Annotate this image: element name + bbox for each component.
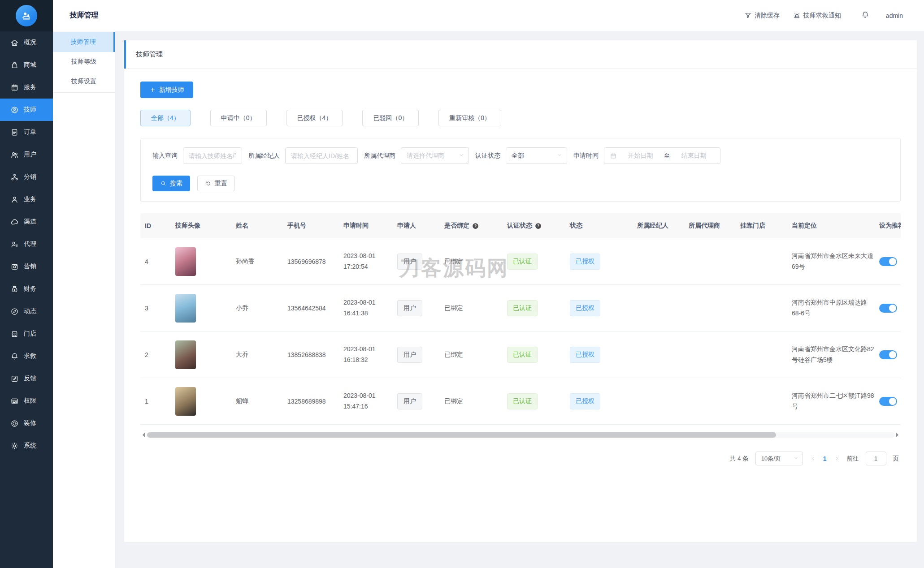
sidebar-item-agent[interactable]: 代理 [0,233,53,255]
technician-table: ID技师头像姓名手机号申请时间申请人是否绑定?认证状态?状态所属经纪人所属代理商… [140,213,901,425]
total-count: 共 4 条 [730,455,749,463]
distribution-icon [10,173,19,181]
technician-avatar[interactable] [175,247,196,276]
auth-status-badge: 已授权 [570,300,600,316]
sidebar-item-overview[interactable]: 概况 [0,31,53,54]
technician-icon [10,106,19,114]
auth-status-badge: 已授权 [570,254,600,270]
page-title: 技师管理 [124,40,917,69]
prev-page-button[interactable] [810,455,816,462]
sidebar-item-permission[interactable]: 权限 [0,390,53,412]
service-icon [10,83,19,92]
pagination: 共 4 条 10条/页 1 前往 页 [140,452,901,465]
submenu-item-label: 技师等级 [71,58,96,66]
sidebar-item-store[interactable]: 门店 [0,323,53,345]
date-range-picker[interactable]: 开始日期 至 结束日期 [604,147,720,164]
sidebar-item-finance[interactable]: 财务 [0,278,53,300]
technician-avatar[interactable] [175,294,196,323]
scrollbar-thumb[interactable] [147,432,776,438]
sidebar-item-marketing[interactable]: 营销 [0,255,53,278]
technician-name: 孙尚香 [231,258,283,266]
tab-rejected[interactable]: 已驳回（0） [362,110,419,126]
sidebar-item-decorate[interactable]: 装修 [0,412,53,435]
page-number-current[interactable]: 1 [823,455,827,462]
dealer-select[interactable]: 请选择代理商 [401,147,469,164]
tab-rereview[interactable]: 重新审核（0） [438,110,501,126]
sidebar-item-label: 权限 [24,397,36,405]
table-row: 4孙尚香135696968782023-08-0117:20:54用户已绑定已认… [140,238,901,285]
technician-id: 3 [140,305,171,312]
secondary-nav: 技师管理技师等级技师设置 [53,32,115,93]
svg-text:?: ? [537,224,539,228]
chevron-down-icon [793,455,799,462]
query-input[interactable] [183,147,242,164]
apply-time: 2023-08-0116:41:38 [339,297,393,318]
sidebar-item-order[interactable]: 订单 [0,121,53,143]
submenu-item-level[interactable]: 技师等级 [53,52,115,72]
sidebar-item-label: 求救 [24,352,36,360]
sidebar-item-channel[interactable]: 渠道 [0,211,53,233]
tab-applying[interactable]: 申请中（0） [210,110,267,126]
column-header: 姓名 [231,222,283,230]
sidebar-item-mall[interactable]: 商城 [0,54,53,76]
reset-button[interactable]: 重置 [197,176,235,191]
tab-label: 已驳回（0） [373,114,408,122]
location-cell: 河南省郑州市二七区赣江路98号 [787,391,875,411]
question-icon: ? [534,222,542,230]
sidebar-item-technician[interactable]: 技师 [0,99,53,121]
technician-avatar[interactable] [175,340,196,369]
logo-icon [16,5,37,26]
logo-icon [20,9,33,22]
agent-input[interactable] [285,147,358,164]
goto-page-input[interactable] [866,452,886,465]
cert-status-select[interactable]: 全部 [506,147,567,164]
next-page-button[interactable] [833,455,840,462]
scroll-right-icon[interactable] [896,433,901,437]
scrollbar-track[interactable] [146,432,895,438]
user-menu[interactable]: admin [886,12,912,19]
sidebar-item-system[interactable]: 系统 [0,435,53,457]
submenu-item-label: 技师设置 [71,77,96,86]
bound-status: 已绑定 [440,258,503,266]
column-header: 技师头像 [171,222,231,230]
column-header: 认证状态? [503,222,565,230]
system-icon [10,442,19,450]
clear-cache-button[interactable]: 清除缓存 [744,12,780,20]
submenu-item-manage[interactable]: 技师管理 [53,32,115,52]
notification-bell-icon[interactable] [861,10,870,21]
sidebar-item-distribution[interactable]: 分销 [0,166,53,188]
sidebar-item-label: 用户 [24,151,36,159]
recommend-toggle[interactable] [879,350,897,359]
technician-phone: 13258689898 [283,398,339,405]
technician-avatar[interactable] [175,387,196,416]
search-button[interactable]: 搜索 [152,176,190,191]
cert-status-badge: 已认证 [507,254,538,270]
technician-phone: 13852688838 [283,351,339,358]
add-technician-button[interactable]: 新增技师 [140,82,193,98]
submenu-item-settings[interactable]: 技师设置 [53,72,115,91]
sidebar-item-feed[interactable]: 动态 [0,300,53,323]
recommend-toggle[interactable] [879,397,897,406]
technician-id: 1 [140,398,171,405]
tab-authorized[interactable]: 已授权（4） [286,110,343,126]
sidebar-item-user[interactable]: 用户 [0,143,53,166]
recommend-toggle[interactable] [879,257,897,266]
tab-all[interactable]: 全部（4） [140,110,191,126]
scroll-left-icon[interactable] [140,433,145,437]
sidebar-item-label: 订单 [24,128,36,136]
sidebar-item-label: 分销 [24,173,36,181]
sidebar-item-label: 动态 [24,307,36,315]
sos-notice-button[interactable]: 技师求救通知 [793,12,841,20]
sidebar-item-sos[interactable]: 求救 [0,345,53,367]
sidebar-item-label: 装修 [24,419,36,427]
horizontal-scrollbar[interactable] [140,432,901,438]
column-header: 申请时间 [339,222,393,230]
sidebar-item-feedback[interactable]: 反馈 [0,367,53,390]
recommend-toggle[interactable] [879,304,897,313]
app-logo[interactable] [0,0,53,31]
sidebar-item-service[interactable]: 服务 [0,76,53,99]
location-cell: 河南省郑州市金水区未来大道69号 [787,251,875,271]
submenu-item-label: 技师管理 [71,38,96,46]
sidebar-item-business[interactable]: 业务 [0,188,53,211]
page-size-select[interactable]: 10条/页 [755,452,803,465]
